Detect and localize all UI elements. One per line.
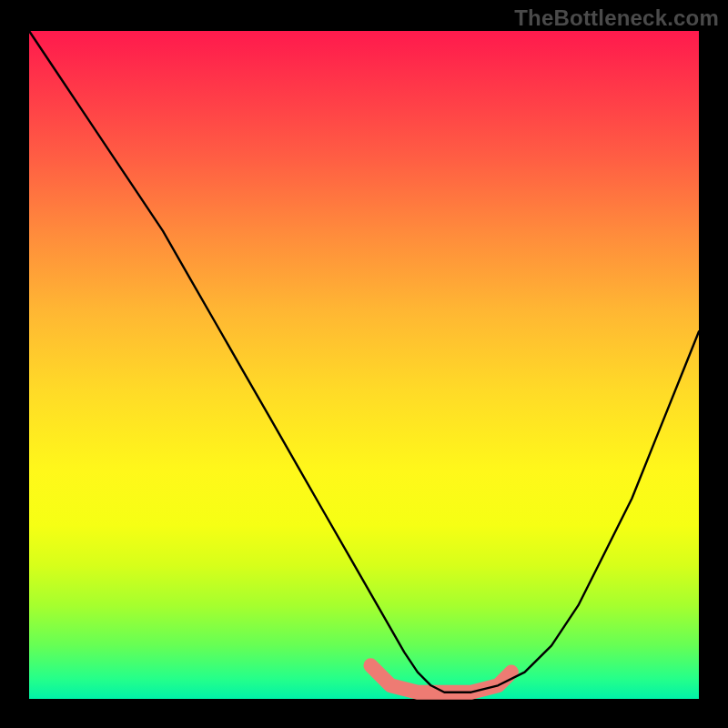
watermark-text: TheBottleneck.com (514, 5, 719, 31)
bottleneck-curve (29, 31, 699, 693)
curve-svg (29, 31, 699, 699)
chart-frame: TheBottleneck.com (0, 0, 728, 728)
plot-area (29, 31, 699, 699)
